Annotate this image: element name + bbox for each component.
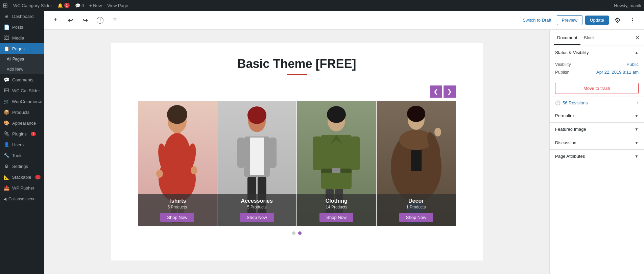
slider-dot-2[interactable] <box>298 231 302 235</box>
slider-dot-1[interactable] <box>292 231 295 235</box>
page-attributes-header[interactable]: Page Attributes ▼ <box>550 150 644 163</box>
tab-document[interactable]: Document <box>554 31 580 45</box>
slider-next-button[interactable]: ❯ <box>444 85 456 98</box>
woocommerce-icon: 🛒 <box>3 99 9 104</box>
sidebar-item-products[interactable]: 📦 Products <box>0 107 44 118</box>
add-block-button[interactable]: + <box>49 14 62 26</box>
featured-image-chevron: ▼ <box>635 127 639 132</box>
status-visibility-header[interactable]: Status & Visibility ▲ <box>550 46 644 59</box>
sidebar: ⊞ Dashboard 📄 Posts 🖼 Media 📋 Pages All … <box>0 11 44 274</box>
plugins-badge: 1 <box>31 132 36 136</box>
status-visibility-section: Status & Visibility ▲ Visibility Public … <box>550 46 644 97</box>
panel-close-button[interactable]: ✕ <box>635 34 640 42</box>
product-count-tshirts: 5 Products <box>141 205 214 209</box>
panel-tabs: Document Block ✕ <box>550 30 644 46</box>
comments-link[interactable]: 💬 0 <box>75 3 84 8</box>
sidebar-item-settings[interactable]: ⚙ Settings <box>0 161 44 172</box>
product-name-decor: Decor <box>380 198 452 204</box>
sidebar-item-add-new[interactable]: Add New <box>0 64 44 74</box>
permalink-header[interactable]: Permalink ▼ <box>550 109 644 122</box>
howdy-label: Howdy, manik <box>614 3 641 8</box>
preview-button[interactable]: Preview <box>557 15 582 25</box>
product-card-clothing: Clothing 14 Products Shop Now <box>297 101 376 226</box>
product-name-clothing: Clothing <box>301 198 373 204</box>
product-card-accessories: Accessories 5 Products Shop Now <box>217 101 296 226</box>
product-count-clothing: 14 Products <box>301 205 373 209</box>
redo-button[interactable]: ↪ <box>79 14 91 26</box>
site-name[interactable]: WC Category Slider <box>13 3 52 8</box>
product-name-tshirts: Tshirts <box>141 198 214 204</box>
visibility-label: Visibility <box>555 62 571 67</box>
publish-value[interactable]: Apr 22, 2019 8:11 am <box>596 70 639 75</box>
more-options-button[interactable]: ⋮ <box>626 14 639 26</box>
featured-image-section: Featured Image ▼ <box>550 123 644 136</box>
switch-to-draft-button[interactable]: Switch to Draft <box>523 18 551 23</box>
featured-image-header[interactable]: Featured Image ▼ <box>550 123 644 136</box>
sidebar-item-pages[interactable]: 📋 Pages <box>0 43 44 54</box>
visibility-value[interactable]: Public <box>627 62 639 67</box>
page-attributes-section: Page Attributes ▼ <box>550 150 644 163</box>
users-icon: 👤 <box>3 142 9 147</box>
svg-rect-17 <box>237 138 245 168</box>
product-overlay-clothing: Clothing 14 Products Shop Now <box>297 194 376 226</box>
info-button[interactable]: i <box>94 14 106 26</box>
sidebar-item-plugins[interactable]: 🔌 Plugins 1 <box>0 128 44 139</box>
view-page-link[interactable]: View Page <box>107 3 128 8</box>
editor-content: Basic Theme [FREE] ❮ ❯ <box>44 30 549 274</box>
shop-now-accessories[interactable]: Shop Now <box>240 213 274 222</box>
featured-image-title: Featured Image <box>555 127 586 132</box>
publish-row: Publish Apr 22, 2019 8:11 am <box>555 68 639 76</box>
update-button[interactable]: Update <box>585 16 609 25</box>
discussion-section: Discussion ▼ <box>550 136 644 150</box>
collapse-icon: ◀ <box>3 197 6 201</box>
wc-slider-icon: 🎞 <box>3 88 9 93</box>
redo-icon: ↪ <box>83 17 88 24</box>
sidebar-item-stackable[interactable]: 📐 Stackable 1 <box>0 172 44 182</box>
comments-icon: 💬 <box>3 77 9 82</box>
settings-toggle-button[interactable]: ⚙ <box>612 14 624 26</box>
product-overlay-decor: Decor 1 Products Shop Now <box>377 194 456 226</box>
undo-button[interactable]: ↩ <box>64 14 76 26</box>
svg-rect-21 <box>321 135 352 189</box>
sidebar-item-media[interactable]: 🖼 Media <box>0 32 44 43</box>
slider-prev-button[interactable]: ❮ <box>430 85 442 98</box>
product-card-decor: Decor 1 Products Shop Now <box>377 101 456 226</box>
tab-block[interactable]: Block <box>580 31 598 45</box>
title-underline <box>287 74 307 75</box>
sidebar-item-tools[interactable]: 🔧 Tools <box>0 150 44 161</box>
revisions-row[interactable]: 🕐 56 Revisions › <box>550 97 644 109</box>
sidebar-item-comments[interactable]: 💬 Comments <box>0 74 44 85</box>
stackable-badge: 1 <box>35 175 41 179</box>
shop-now-tshirts[interactable]: Shop Now <box>160 213 194 222</box>
shop-now-decor[interactable]: Shop Now <box>399 213 433 222</box>
sidebar-item-all-pages[interactable]: All Pages <box>0 54 44 64</box>
sidebar-item-appearance[interactable]: 🎨 Appearance <box>0 118 44 128</box>
gear-icon: ⚙ <box>615 16 621 24</box>
move-to-trash-button[interactable]: Move to trash <box>555 83 639 94</box>
permalink-section: Permalink ▼ <box>550 109 644 123</box>
discussion-header[interactable]: Discussion ▼ <box>550 136 644 149</box>
sidebar-item-dashboard[interactable]: ⊞ Dashboard <box>0 11 44 22</box>
sidebar-item-woocommerce[interactable]: 🛒 WooCommerce <box>0 96 44 107</box>
slider-navigation: ❮ ❯ <box>138 85 456 98</box>
revisions-label: 56 Revisions <box>563 100 588 105</box>
collapse-menu[interactable]: ◀ Collapse menu <box>0 193 44 205</box>
sidebar-item-posts[interactable]: 📄 Posts <box>0 22 44 32</box>
visibility-row: Visibility Public <box>555 60 639 68</box>
updates-badge[interactable]: 🔔 1 <box>57 3 70 8</box>
shop-now-clothing[interactable]: Shop Now <box>319 213 353 222</box>
status-visibility-title: Status & Visibility <box>555 50 589 55</box>
sidebar-item-wp-pusher[interactable]: 📤 WP Pusher <box>0 182 44 193</box>
list-view-button[interactable]: ≡ <box>109 14 121 26</box>
svg-point-1 <box>167 105 187 124</box>
new-content-link[interactable]: + New <box>89 3 102 8</box>
stackable-icon: 📐 <box>3 174 9 180</box>
sidebar-item-wc-cat-slider[interactable]: 🎞 WC Cat Slider <box>0 85 44 96</box>
page-title[interactable]: Basic Theme [FREE] <box>138 57 456 71</box>
product-count-decor: 1 Products <box>380 205 452 209</box>
discussion-chevron: ▼ <box>635 141 639 145</box>
status-visibility-chevron: ▲ <box>635 50 639 55</box>
permalink-title: Permalink <box>555 113 575 118</box>
right-panel: Document Block ✕ Status & Visibility ▲ V… <box>549 30 644 274</box>
sidebar-item-users[interactable]: 👤 Users <box>0 139 44 150</box>
